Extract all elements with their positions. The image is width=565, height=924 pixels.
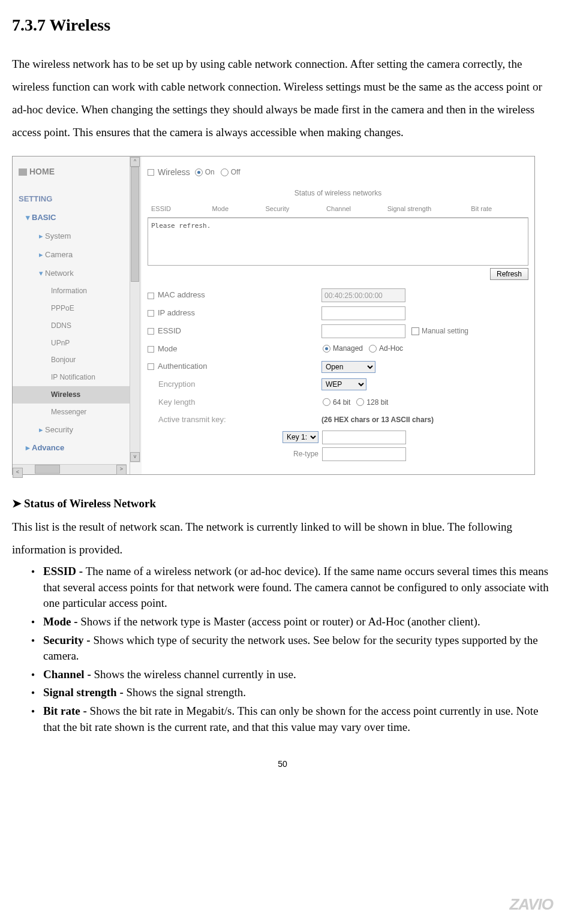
section-desc: This list is the result of network scan.…	[12, 516, 553, 561]
scroll-thumb[interactable]	[35, 465, 60, 474]
sidebar: HOME SETTING ▾BASIC ▸System ▸Camera ▾Net…	[13, 156, 130, 474]
enc-label: Encryption	[148, 377, 321, 392]
wireless-on-radio[interactable]	[195, 168, 203, 176]
ip-input[interactable]	[321, 306, 405, 320]
auth-select[interactable]: Open	[321, 361, 375, 373]
nav-setting-header: SETTING	[13, 187, 130, 209]
keylen-128-radio[interactable]	[356, 398, 364, 406]
wireless-toggle-row: Wireless On Off	[148, 164, 528, 180]
nav-bonjour[interactable]: Bonjour	[13, 351, 130, 369]
scroll-down-icon[interactable]: v	[130, 452, 140, 462]
nav-information[interactable]: Information	[13, 282, 130, 300]
page-number: 50	[12, 756, 553, 772]
nav-basic[interactable]: ▾BASIC	[13, 209, 130, 227]
scroll-right-icon[interactable]: >	[116, 465, 127, 475]
bit64-label: 64 bit	[333, 396, 350, 410]
bullet-bitrate: Bit rate - Shows the bit rate in Megabit…	[36, 703, 553, 735]
scroll-thumb-v[interactable]	[131, 167, 139, 282]
intro-paragraph: The wireless network has to be set up by…	[12, 53, 553, 144]
bullet-icon	[148, 293, 154, 299]
col-bitrate: Bit rate	[467, 200, 528, 218]
essid-input[interactable]	[321, 324, 405, 338]
col-signal: Signal strength	[384, 200, 468, 218]
bullet-mode: Mode - Shows if the network type is Mast…	[36, 614, 553, 630]
wireless-settings-screenshot: HOME SETTING ▾BASIC ▸System ▸Camera ▾Net…	[12, 156, 535, 475]
nav-camera[interactable]: ▸Camera	[13, 246, 130, 264]
mode-label: Mode	[158, 344, 178, 353]
key-number-select[interactable]: Key 1:	[282, 431, 318, 443]
col-essid: ESSID	[148, 200, 209, 218]
mode-adhoc-radio[interactable]	[369, 345, 377, 353]
bullet-icon	[148, 310, 154, 317]
nav-system[interactable]: ▸System	[13, 227, 130, 246]
scroll-left-icon[interactable]: <	[13, 468, 23, 478]
col-mode: Mode	[209, 200, 262, 218]
sidebar-scrollbar-vertical[interactable]: ^ v	[130, 156, 140, 462]
off-label: Off	[231, 165, 241, 179]
mac-label: MAC address	[158, 290, 205, 299]
key-input[interactable]	[322, 431, 406, 444]
atk-note: (26 HEX chars or 13 ASCII chars)	[321, 413, 434, 427]
col-channel: Channel	[323, 200, 384, 218]
refresh-button[interactable]: Refresh	[490, 268, 528, 280]
atk-label: Active transmit key:	[148, 413, 321, 428]
bullet-icon	[148, 363, 154, 370]
nav-wireless[interactable]: Wireless	[13, 386, 130, 404]
nav-messenger[interactable]: Messenger	[13, 404, 130, 421]
bullet-channel: Channel - Shows the wireless channel cur…	[36, 667, 553, 683]
manual-label: Manual setting	[422, 324, 468, 338]
retype-input[interactable]	[322, 447, 406, 461]
nav-ddns[interactable]: DDNS	[13, 317, 130, 335]
nav-network[interactable]: ▾Network	[13, 264, 130, 283]
wireless-off-radio[interactable]	[221, 168, 229, 176]
settings-main-panel: Wireless On Off Status of wireless netwo…	[142, 156, 534, 474]
ip-label: IP address	[158, 308, 195, 317]
managed-label: Managed	[333, 342, 363, 356]
retype-label: Re-type	[282, 447, 318, 461]
section-heading: ➤Status of Wireless Network	[12, 493, 553, 514]
mode-managed-radio[interactable]	[323, 345, 330, 353]
status-title: Status of wireless networks	[148, 186, 528, 200]
scroll-up-icon[interactable]: ^	[130, 157, 140, 167]
nav-ip-notification[interactable]: IP Notification	[13, 369, 130, 386]
enc-select[interactable]: WEP	[321, 378, 366, 390]
on-label: On	[205, 165, 215, 179]
bullet-essid: ESSID - The name of a wireless network (…	[36, 564, 553, 612]
bit128-label: 128 bit	[366, 396, 388, 410]
nav-advance[interactable]: ▸Advance	[13, 439, 130, 458]
manual-checkbox[interactable]	[411, 327, 419, 335]
page-title: 7.3.7 Wireless	[12, 9, 553, 41]
bullet-list: ESSID - The name of a wireless network (…	[12, 564, 553, 735]
bullet-security: Security - Shows which type of security …	[36, 633, 553, 664]
nav-home[interactable]: HOME	[13, 156, 130, 187]
essid-label: ESSID	[158, 326, 181, 335]
adhoc-label: Ad-Hoc	[379, 342, 403, 356]
home-icon	[19, 168, 27, 176]
bullet-icon	[148, 169, 154, 176]
col-security: Security	[262, 200, 323, 218]
nav-upnp[interactable]: UPnP	[13, 335, 130, 352]
networks-listbox[interactable]: Please refresh.	[148, 218, 528, 266]
nav-pppoe[interactable]: PPPoE	[13, 300, 130, 317]
keylen-64-radio[interactable]	[323, 398, 330, 406]
sidebar-scrollbar-horizontal[interactable]: < >	[13, 464, 127, 474]
bullet-icon	[148, 346, 154, 353]
wireless-label: Wireless	[158, 164, 190, 180]
keylen-label: Key length	[148, 395, 321, 410]
mac-input	[321, 288, 405, 302]
networks-table-header: ESSID Mode Security Channel Signal stren…	[148, 200, 528, 218]
bullet-icon	[148, 328, 154, 335]
auth-label: Authentication	[158, 362, 207, 371]
nav-security[interactable]: ▸Security	[13, 421, 130, 440]
bullet-signal: Signal strength - Shows the signal stren…	[36, 685, 553, 701]
